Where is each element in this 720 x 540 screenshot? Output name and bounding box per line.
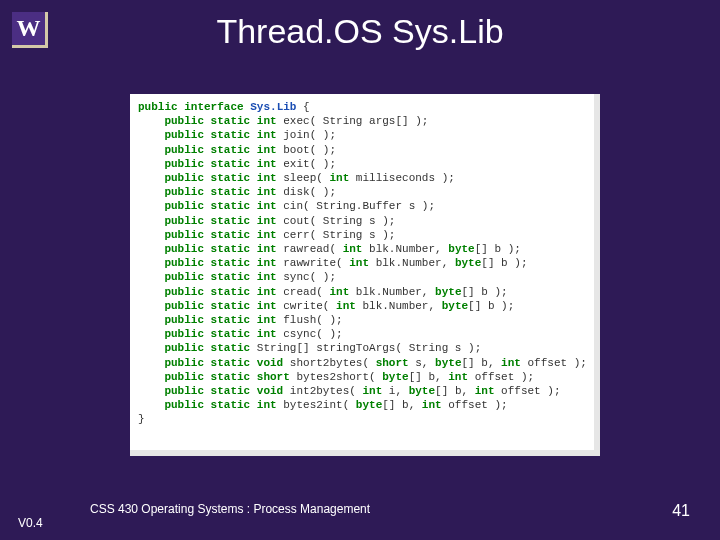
slide-title: Thread.OS Sys.Lib [0,12,720,51]
footer-page-number: 41 [672,502,690,520]
code-brace-open: { [303,101,310,113]
code-brace-close: } [138,413,145,425]
code-lines: public static int exec( String args[] );… [138,114,586,412]
footer-course: CSS 430 Operating Systems : Process Mana… [90,502,370,516]
code-block: public interface Sys.Lib { public static… [130,94,600,456]
code-decl-kw: public interface [138,101,244,113]
footer-version: V0.4 [18,516,43,530]
code-class-name: Sys.Lib [250,101,296,113]
